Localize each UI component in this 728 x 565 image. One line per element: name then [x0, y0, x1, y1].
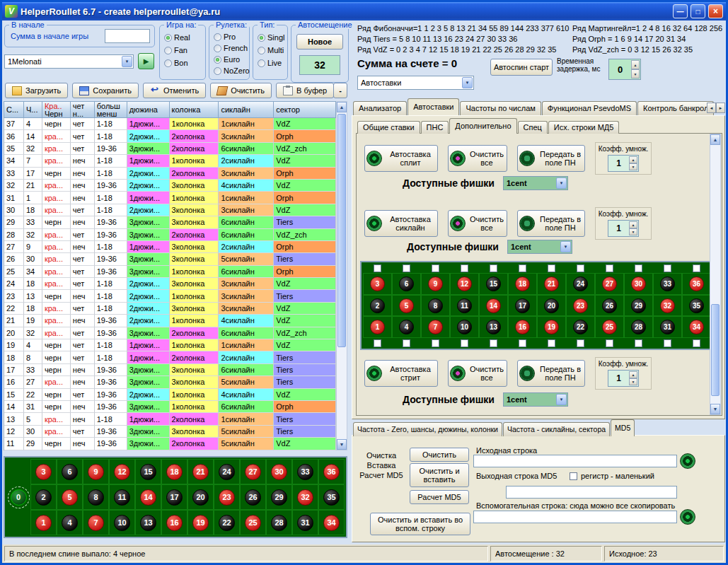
board-cell[interactable]: 30 — [624, 273, 653, 295]
number-22[interactable]: 22 — [219, 515, 235, 531]
main-tab-1[interactable]: Автоставки — [408, 98, 459, 115]
toolbar-button-clear[interactable]: Очистить — [210, 83, 272, 98]
spins-row[interactable]: 2218кра...чет1-182дюжи...3колонка3сиклай… — [4, 303, 336, 315]
street-checkbox[interactable] — [548, 264, 555, 272]
board-cell[interactable]: 9 — [83, 459, 109, 484]
number-14[interactable]: 14 — [140, 489, 156, 506]
scrollbar-thumb[interactable] — [337, 114, 346, 347]
number-22[interactable]: 22 — [573, 320, 588, 334]
number-18[interactable]: 18 — [515, 276, 530, 291]
street-checkbox[interactable] — [519, 264, 526, 272]
number-2[interactable]: 2 — [370, 298, 385, 313]
board-cell[interactable]: 31 — [653, 316, 682, 338]
board-cell[interactable]: 21 — [537, 273, 566, 295]
scroll-down-icon[interactable]: ▼ — [710, 404, 720, 414]
spinner-down-icon[interactable]: ▼ — [629, 163, 637, 170]
spins-row[interactable]: 135кра...неч1-181дюжи...2колонка1сиклайн… — [4, 413, 336, 425]
spins-row[interactable]: 1230кра...чет19-363дюжи...3колонка5сикла… — [4, 426, 336, 438]
radio-game-bon[interactable]: Bon — [164, 57, 204, 69]
chips-select[interactable]: 1cent▼ — [503, 392, 568, 407]
street-checkbox[interactable] — [606, 339, 613, 347]
spins-row[interactable]: 1522чернчет19-362дюжи...1колонка4сиклайн… — [4, 389, 336, 401]
clear-all-button[interactable]: Очистить все — [448, 360, 507, 387]
radio-roulette-french[interactable]: French — [214, 42, 248, 54]
number-12[interactable]: 12 — [114, 464, 130, 480]
board-cell[interactable]: 8 — [421, 295, 450, 317]
spins-row[interactable]: 2630кра...чет19-363дюжи...3колонка5сикла… — [4, 253, 336, 265]
toolbar-button-buffer[interactable]: В буфер — [276, 83, 334, 98]
board-cell[interactable]: 5 — [57, 484, 83, 510]
spins-header-cell[interactable]: сектор — [274, 102, 336, 118]
board-cell[interactable]: 15 — [135, 459, 161, 484]
board-cell[interactable]: 33 — [292, 459, 318, 484]
number-31[interactable]: 31 — [297, 515, 313, 531]
street-checkbox[interactable] — [490, 339, 497, 347]
spins-table-body[interactable]: 374чернчет1-181дюжи...1колонка1сиклайнVd… — [4, 118, 336, 450]
board-cell[interactable]: 17 — [161, 484, 187, 510]
number-5[interactable]: 5 — [62, 489, 78, 506]
board-cell[interactable]: 26 — [240, 484, 266, 510]
number-1[interactable]: 1 — [370, 320, 385, 334]
sub-tab-2[interactable]: Дополнительно — [449, 118, 516, 134]
spinner-up-icon[interactable]: ▲ — [629, 156, 637, 163]
radio-game-real[interactable]: Real — [164, 31, 204, 44]
board-zero-cell[interactable]: 0 — [6, 459, 30, 535]
board-cell[interactable]: 13 — [135, 510, 161, 535]
spins-header-cell[interactable]: колонка — [170, 102, 219, 118]
number-8[interactable]: 8 — [428, 298, 443, 313]
board-cell[interactable]: 22 — [566, 316, 595, 338]
board-cell[interactable]: 29 — [624, 295, 653, 317]
scrollbar-thumb[interactable] — [711, 304, 720, 396]
chips-select[interactable]: 1cent▼ — [507, 240, 572, 254]
autobets-select[interactable]: Автоставки ▼ — [357, 76, 474, 90]
board-cell[interactable]: 15 — [479, 273, 508, 295]
number-25[interactable]: 25 — [602, 320, 617, 334]
radio-game-fan[interactable]: Fan — [164, 44, 204, 57]
board-cell[interactable]: 14 — [479, 295, 508, 317]
spins-row[interactable]: 1733черннеч19-363дюжи...3колонка6сиклайн… — [4, 364, 336, 376]
panel-scrollbar[interactable]: ▲ ▼ — [710, 134, 721, 415]
transfer-to-pn-button[interactable]: Передать в поле ПН — [517, 145, 585, 172]
number-33[interactable]: 33 — [297, 464, 313, 480]
number-11[interactable]: 11 — [114, 489, 130, 506]
number-4[interactable]: 4 — [399, 320, 414, 334]
board-cell[interactable]: 35 — [318, 484, 345, 510]
street-checkbox[interactable] — [403, 264, 410, 272]
street-checkbox[interactable] — [403, 339, 410, 347]
coef-spinner[interactable]: 1▲▼ — [608, 370, 639, 387]
street-checkbox[interactable] — [577, 264, 584, 272]
street-checkbox[interactable] — [461, 264, 468, 272]
radio-roulette-pro[interactable]: Pro — [214, 31, 248, 42]
board-cell[interactable]: 16 — [508, 316, 537, 338]
number-17[interactable]: 17 — [166, 489, 183, 506]
board-cell[interactable]: 11 — [109, 484, 135, 510]
spins-row[interactable]: 1129черннеч19-363дюжи...2колонка5сиклайн… — [4, 438, 336, 450]
radio-type-live[interactable]: Live — [258, 57, 286, 69]
spins-row[interactable]: 194чернчет1-181дюжи...1колонка1сиклайнVd… — [4, 339, 336, 351]
board-cell[interactable]: 12 — [450, 273, 479, 295]
md5-clear-button[interactable]: Очистить — [410, 448, 469, 462]
street-checkbox[interactable] — [432, 264, 439, 272]
new-button[interactable]: Новое — [296, 34, 343, 49]
spinner-up-icon[interactable]: ▲ — [631, 60, 640, 69]
board-cell[interactable]: 12 — [109, 459, 135, 484]
spins-header-cell[interactable]: четн... — [71, 102, 95, 118]
board-cell[interactable]: 28 — [266, 510, 292, 535]
spins-row[interactable]: 1431черннеч19-363дюжи...1колонка6сиклайн… — [4, 401, 336, 413]
main-tab-3[interactable]: Функционал PsevdoMS — [542, 101, 637, 115]
radio-type-multi[interactable]: Multi — [258, 44, 286, 57]
delay-spinner[interactable]: 0 ▲ ▼ — [608, 59, 641, 80]
register-checkbox[interactable] — [570, 472, 577, 480]
street-checkbox[interactable] — [664, 264, 671, 272]
number-26[interactable]: 26 — [602, 298, 617, 313]
spinner-icon[interactable]: ▲ ▼ — [631, 60, 640, 78]
spins-row[interactable]: 2534кра...чет19-363дюжи...1колонка6сикла… — [4, 266, 336, 278]
number-13[interactable]: 13 — [486, 320, 501, 334]
board-cell[interactable]: 3 — [30, 459, 57, 484]
board-cell[interactable]: 14 — [135, 484, 161, 510]
number-28[interactable]: 28 — [271, 515, 287, 531]
dropdown-arrow-icon[interactable]: ▼ — [560, 241, 571, 252]
table-scrollbar[interactable]: ▲ ▼ — [336, 101, 347, 450]
board-cell[interactable]: 10 — [109, 510, 135, 535]
board-cell[interactable]: 19 — [187, 510, 214, 535]
